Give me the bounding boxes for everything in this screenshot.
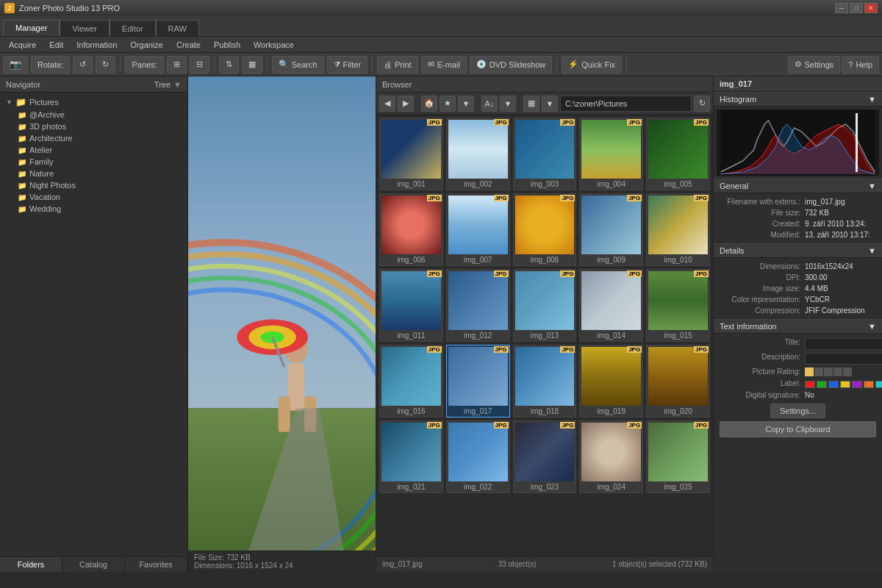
view-button[interactable]: ▦ [242,56,262,74]
thumbnail-img_003[interactable]: JPGimg_003 [513,118,577,190]
search-button[interactable]: 🔍 Search [272,56,324,74]
menu-edit[interactable]: Edit [43,39,69,51]
tree-root-pictures[interactable]: ▼ 📁 Pictures [0,96,187,109]
thumbnail-img_005[interactable]: JPGimg_005 [646,118,710,190]
tab-manager[interactable]: Manager [3,20,60,36]
thumbnail-img_023[interactable]: JPGimg_023 [513,420,577,493]
view-mode-dropdown[interactable]: ▼ [173,80,182,89]
thumbnail-img_015[interactable]: JPGimg_015 [646,269,710,342]
title-input[interactable] [805,338,882,350]
thumbnail-img_002[interactable]: JPGimg_002 [446,118,510,190]
quickfix-button[interactable]: ⚡ Quick Fix [562,56,622,74]
thumbnail-img_001[interactable]: JPGimg_001 [379,118,443,190]
thumbnail-img_016[interactable]: JPGimg_016 [379,345,443,417]
thumbnail-img_024[interactable]: JPGimg_024 [579,420,643,493]
thumbnail-img_013[interactable]: JPGimg_013 [513,269,577,342]
rotate-left-button[interactable]: ↺ [73,56,93,74]
star-3[interactable] [824,368,833,376]
star-2[interactable] [814,368,823,376]
tree-item-vacation[interactable]: 📁 Vacation [12,191,187,203]
nav-tab-catalog[interactable]: Catalog [62,557,125,572]
color-label-blue[interactable] [828,381,839,388]
tree-item-family[interactable]: 📁 Family [12,156,187,168]
thumbnail-img_009[interactable]: JPGimg_009 [579,193,643,266]
back-button[interactable]: ◀ [379,96,395,112]
general-section-header[interactable]: General ▼ [714,179,882,193]
thumbnail-img_018[interactable]: JPGimg_018 [513,345,577,417]
menu-information[interactable]: Information [71,39,123,51]
email-button[interactable]: ✉ E-mail [421,56,467,74]
menu-acquire[interactable]: Acquire [3,39,42,51]
dvd-button[interactable]: 💿 DVD Slideshow [470,56,552,74]
menu-create[interactable]: Create [171,39,207,51]
dropdown-btn[interactable]: ▼ [458,96,474,112]
thumbnail-img_012[interactable]: JPGimg_012 [446,269,510,342]
settings-btn[interactable]: Settings... [770,404,825,418]
color-label-green[interactable] [817,381,827,388]
sort-dropdown[interactable]: ▼ [500,96,516,112]
color-label-purple[interactable] [852,381,862,388]
panes-button2[interactable]: ⊟ [190,56,209,74]
help-button[interactable]: ? Help [842,56,879,74]
thumbnail-img_020[interactable]: JPGimg_020 [646,345,710,417]
menu-publish[interactable]: Publish [208,39,246,51]
home-button[interactable]: 🏠 [421,96,437,112]
filter-button[interactable]: ⧩ Filter [327,56,368,74]
view-dropdown[interactable]: ▼ [542,96,558,112]
path-bar[interactable]: C:\zoner\Pictures [560,96,692,112]
tree-item-atelier[interactable]: 📁 Atelier [12,144,187,156]
nav-tab-favorites[interactable]: Favorites [125,557,187,572]
sort-button[interactable]: ⇅ [219,56,239,74]
color-label-cyan[interactable] [875,381,882,388]
rating-stars[interactable] [805,368,852,376]
refresh-button[interactable]: ↻ [694,96,710,112]
thumbnail-img_008[interactable]: JPGimg_008 [513,193,577,266]
histogram-section-header[interactable]: Histogram ▼ [714,92,882,107]
text-info-section-header[interactable]: Text information ▼ [714,319,882,334]
tab-viewer[interactable]: Viewer [60,20,109,36]
tree-item-nature[interactable]: 📁 Nature [12,168,187,179]
thumbnail-img_014[interactable]: JPGimg_014 [579,269,643,342]
view-size-button[interactable]: ▦ [523,96,539,112]
panes-button[interactable]: ⊞ [167,56,187,74]
thumbnail-img_022[interactable]: JPGimg_022 [446,420,510,493]
color-label-red[interactable] [805,381,815,388]
tree-item-3d[interactable]: 📁 3D photos [12,121,187,132]
acquire-button[interactable]: 📷 [3,56,28,74]
favorites-button[interactable]: ★ [440,96,456,112]
tree-item-nightphotos[interactable]: 📁 Night Photos [12,179,187,191]
thumbnail-img_021[interactable]: JPGimg_021 [379,420,443,493]
thumbnail-img_010[interactable]: JPGimg_010 [646,193,710,266]
rotate-right-button[interactable]: ↻ [96,56,115,74]
menu-workspace[interactable]: Workspace [248,39,300,51]
sort-az-button[interactable]: A↓ [481,96,498,112]
maximize-button[interactable]: □ [850,3,863,13]
star-1[interactable] [805,368,814,376]
forward-button[interactable]: ▶ [398,96,414,112]
thumbnail-img_006[interactable]: JPGimg_006 [379,193,443,266]
thumbnail-img_019[interactable]: JPGimg_019 [579,345,643,417]
tab-editor[interactable]: Editor [110,20,156,36]
thumbnail-img_004[interactable]: JPGimg_004 [579,118,643,190]
copy-clipboard-button[interactable]: Copy to Clipboard [720,421,876,437]
thumbnail-img_011[interactable]: JPGimg_011 [379,269,443,342]
star-4[interactable] [833,368,842,376]
thumbnail-img_025[interactable]: JPGimg_025 [646,420,710,493]
thumbnail-img_017[interactable]: JPGimg_017 [446,345,510,417]
minimize-button[interactable]: ─ [835,3,848,13]
star-5[interactable] [843,368,852,376]
tab-raw[interactable]: RAW [156,20,199,36]
close-button[interactable]: ✕ [864,3,878,13]
nav-tab-folders[interactable]: Folders [0,557,62,572]
thumbnail-img_007[interactable]: JPGimg_007 [446,193,510,266]
menu-organize[interactable]: Organize [124,39,169,51]
description-input[interactable] [805,353,882,365]
color-label-orange[interactable] [864,381,874,388]
color-label-yellow[interactable] [840,381,850,388]
preview-image[interactable] [188,76,376,551]
tree-item-archive[interactable]: 📁 @Archive [12,109,187,121]
print-button[interactable]: 🖨 Print [377,56,418,74]
settings-button[interactable]: ⚙ Settings [788,56,841,74]
details-section-header[interactable]: Details ▼ [714,243,882,258]
tree-item-wedding[interactable]: 📁 Wedding [12,203,187,215]
